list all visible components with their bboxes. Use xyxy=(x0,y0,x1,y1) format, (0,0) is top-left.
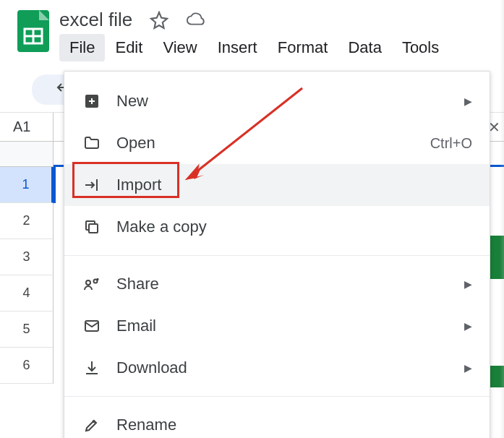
menu-insert[interactable]: Insert xyxy=(208,34,268,61)
submenu-arrow-icon: ▶ xyxy=(464,95,472,107)
menu-tools[interactable]: Tools xyxy=(392,34,449,61)
menu-view[interactable]: View xyxy=(153,34,207,61)
submenu-arrow-icon: ▶ xyxy=(464,278,472,290)
title-area: excel file File Edit View Insert Format … xyxy=(59,9,490,61)
row-header-1[interactable]: 1 xyxy=(0,167,54,203)
row-header-5[interactable]: 5 xyxy=(0,312,54,348)
menu-item-label: Share xyxy=(116,275,450,293)
menu-item-download[interactable]: Download ▶ xyxy=(64,347,490,389)
menu-item-new[interactable]: New ▶ xyxy=(64,80,490,122)
menubar: File Edit View Insert Format Data Tools xyxy=(59,34,490,61)
row-header-3[interactable]: 3 xyxy=(0,239,54,275)
select-all-corner[interactable] xyxy=(0,142,54,167)
download-icon xyxy=(82,358,102,378)
row-header-6[interactable]: 6 xyxy=(0,348,54,384)
menu-item-label: Open xyxy=(116,134,416,153)
file-menu-dropdown: New ▶ Open Ctrl+O Import Make a copy Sha… xyxy=(64,71,490,438)
menu-item-label: Import xyxy=(116,176,472,194)
menu-shortcut: Ctrl+O xyxy=(430,135,472,152)
menu-separator xyxy=(64,396,490,397)
menu-item-label: Rename xyxy=(116,416,472,434)
row-header-column: 1 2 3 4 5 6 xyxy=(0,142,54,384)
submenu-arrow-icon: ▶ xyxy=(464,320,472,332)
rename-icon xyxy=(82,415,102,435)
document-title[interactable]: excel file xyxy=(59,9,132,31)
row-header-2[interactable]: 2 xyxy=(0,203,54,239)
menu-file[interactable]: File xyxy=(59,34,105,61)
menu-separator xyxy=(64,255,490,256)
star-icon[interactable] xyxy=(150,11,168,30)
header: excel file File Edit View Insert Format … xyxy=(0,0,504,61)
menu-item-make-copy[interactable]: Make a copy xyxy=(64,206,490,248)
menu-item-share[interactable]: Share ▶ xyxy=(64,263,490,305)
name-box[interactable]: A1 xyxy=(0,113,54,141)
svg-point-7 xyxy=(86,280,90,285)
email-icon xyxy=(82,316,102,336)
menu-item-email[interactable]: Email ▶ xyxy=(64,305,490,347)
menu-data[interactable]: Data xyxy=(338,34,391,61)
share-icon xyxy=(82,274,102,294)
menu-item-label: Download xyxy=(116,358,450,377)
menu-item-label: Make a copy xyxy=(116,218,472,236)
menu-item-rename[interactable]: Rename xyxy=(64,404,490,438)
green-cell-block-2 xyxy=(490,366,504,387)
green-cell-block xyxy=(490,236,504,279)
import-icon xyxy=(82,175,102,195)
sheets-logo-icon xyxy=(17,10,49,52)
submenu-arrow-icon: ▶ xyxy=(464,362,472,374)
menu-item-import[interactable]: Import xyxy=(64,164,490,206)
menu-item-label: New xyxy=(116,92,450,111)
copy-icon xyxy=(82,217,102,237)
row-header-4[interactable]: 4 xyxy=(0,275,54,312)
cloud-icon[interactable] xyxy=(186,12,208,29)
folder-icon xyxy=(82,133,102,153)
menu-item-label: Email xyxy=(116,317,450,335)
menu-item-open[interactable]: Open Ctrl+O xyxy=(64,122,490,164)
menu-format[interactable]: Format xyxy=(268,34,338,61)
plus-box-icon xyxy=(82,91,102,111)
svg-rect-6 xyxy=(89,224,98,233)
menu-edit[interactable]: Edit xyxy=(105,34,153,61)
